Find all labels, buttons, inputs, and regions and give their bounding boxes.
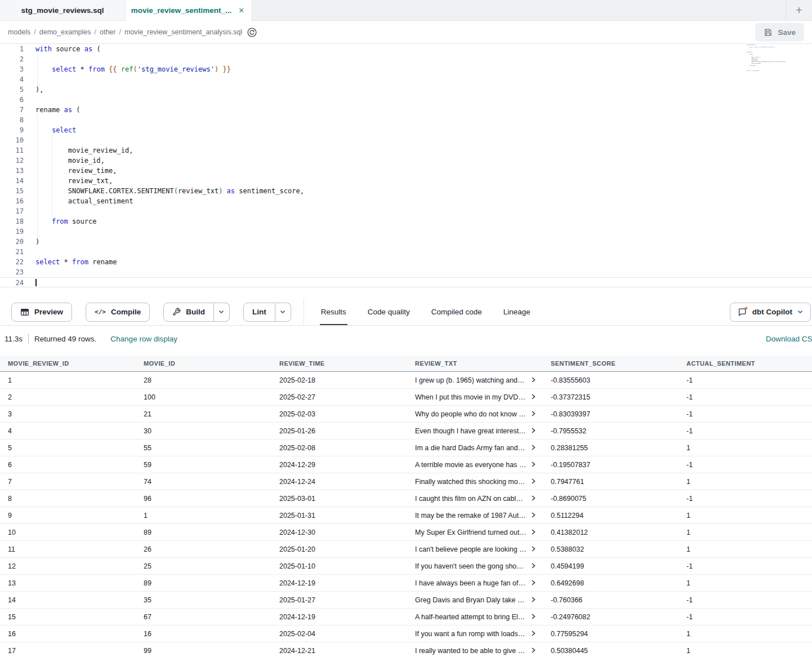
- code-line[interactable]: 5),: [0, 85, 812, 95]
- text-cursor: [35, 279, 37, 286]
- line-number: 21: [0, 247, 24, 257]
- breadcrumb: models / demo_examples / other / movie_r…: [8, 28, 242, 36]
- build-button[interactable]: Build: [163, 303, 214, 322]
- expand-cell-button[interactable]: [530, 647, 536, 654]
- cell: I grew up (b. 1965) watching and lovin…: [407, 376, 543, 384]
- change-row-display-link[interactable]: Change row display: [110, 335, 177, 343]
- cell: 4: [0, 427, 136, 435]
- expand-cell-button[interactable]: [530, 461, 536, 468]
- dbt-copilot-button[interactable]: dbt Copilot: [730, 303, 811, 322]
- tab-results[interactable]: Results: [320, 299, 347, 325]
- cell: 26: [136, 545, 271, 553]
- save-button[interactable]: Save: [755, 23, 804, 42]
- code-line[interactable]: 14 review_txt,: [0, 176, 812, 186]
- code-line[interactable]: 17: [0, 206, 812, 216]
- results-tab-bar: ResultsCode qualityCompiled codeLineage: [320, 299, 532, 325]
- cell: 2024-12-21: [271, 647, 407, 655]
- code-line[interactable]: 2: [0, 54, 812, 64]
- code-line[interactable]: 3 select * from {{ ref('stg_movie_review…: [0, 64, 812, 74]
- code-line[interactable]: 18 from source: [0, 216, 812, 227]
- cell: -0.37372315: [543, 393, 679, 401]
- cell: It may be the remake of 1987 Autumn'…: [407, 511, 543, 520]
- lint-dropdown-button[interactable]: [275, 303, 291, 322]
- cell: 100: [136, 393, 271, 401]
- cell: -1: [679, 410, 812, 418]
- download-csv-link[interactable]: Download CSV: [766, 335, 812, 343]
- column-header: MOVIE_ID: [136, 360, 271, 367]
- expand-cell-button[interactable]: [530, 394, 536, 400]
- review-text: A half-hearted attempt to bring Elvis P…: [415, 613, 527, 621]
- code-line[interactable]: 11 movie_review_id,: [0, 145, 812, 156]
- file-tab-stg-movie-reviews[interactable]: stg_movie_reviews.sql: [0, 0, 126, 21]
- code-line[interactable]: 8: [0, 115, 812, 125]
- code-line[interactable]: 15 SNOWFLAKE.CORTEX.SENTIMENT(review_txt…: [0, 186, 812, 196]
- line-number: 2: [0, 54, 24, 64]
- tab-lineage[interactable]: Lineage: [502, 299, 532, 325]
- code-line[interactable]: 13 review_time,: [0, 166, 812, 176]
- breadcrumb-item-filename: movie_review_sentiment_analysis.sql: [124, 28, 242, 36]
- tab-compiled-code[interactable]: Compiled code: [430, 299, 483, 325]
- cell: 0.6492698: [543, 579, 679, 587]
- line-number: 7: [0, 105, 24, 115]
- code-line[interactable]: 21: [0, 247, 812, 257]
- cell: 10: [0, 529, 136, 536]
- expand-cell-button[interactable]: [530, 411, 536, 417]
- code-line[interactable]: 16 actual_sentiment: [0, 196, 812, 206]
- cell: 0.28381255: [543, 444, 679, 452]
- compile-button[interactable]: </> Compile: [86, 303, 150, 322]
- expand-cell-button[interactable]: [530, 631, 536, 637]
- file-tab-label: stg_movie_reviews.sql: [21, 6, 104, 15]
- cell: 2024-12-19: [271, 613, 407, 621]
- cell: -1: [679, 596, 812, 604]
- expand-cell-button[interactable]: [530, 580, 536, 586]
- lint-button[interactable]: Lint: [243, 303, 275, 322]
- tab-code-quality[interactable]: Code quality: [367, 299, 411, 325]
- node-health-icon[interactable]: [247, 27, 257, 38]
- code-line[interactable]: 23: [0, 267, 812, 277]
- close-tab-icon[interactable]: ✕: [237, 6, 246, 15]
- table-row: 3212025-02-03Why do people who do not kn…: [0, 406, 812, 423]
- expand-cell-button[interactable]: [530, 495, 536, 501]
- code-line[interactable]: 10: [0, 135, 812, 145]
- expand-cell-button[interactable]: [530, 546, 536, 552]
- table-row: 11262025-01-20I can't believe people are…: [0, 541, 812, 558]
- review-text: If you haven't seen the gong show TV s…: [415, 562, 527, 570]
- expand-cell-button[interactable]: [530, 478, 536, 485]
- code-line[interactable]: 22select * from rename: [0, 257, 812, 267]
- toolbar-divider: [304, 299, 304, 325]
- review-text: If you want a fun romp with loads of s…: [415, 630, 527, 638]
- code-line[interactable]: 12 movie_id,: [0, 156, 812, 166]
- minimap-line: [747, 73, 791, 74]
- expand-cell-button[interactable]: [530, 377, 536, 383]
- cell: 2024-12-29: [271, 461, 407, 469]
- code-line[interactable]: 9 select: [0, 125, 812, 135]
- expand-cell-button[interactable]: [530, 563, 536, 569]
- review-text: Greg Davis and Bryan Daly take some …: [415, 596, 527, 604]
- cell: 7: [0, 478, 136, 486]
- expand-cell-button[interactable]: [530, 529, 536, 535]
- minimap[interactable]: with source as ( select * from {{ ref('s…: [747, 44, 791, 77]
- expand-cell-button[interactable]: [530, 614, 536, 620]
- build-dropdown-button[interactable]: [214, 303, 230, 322]
- cell: 9: [0, 512, 136, 520]
- code-line[interactable]: 7rename as (: [0, 105, 812, 115]
- code-line[interactable]: 24: [0, 277, 812, 287]
- code-line[interactable]: 19: [0, 227, 812, 237]
- code-editor[interactable]: 1with source as (23 select * from {{ ref…: [0, 44, 812, 299]
- line-number: 16: [0, 196, 24, 206]
- preview-button[interactable]: Preview: [11, 303, 72, 322]
- code-line[interactable]: 1with source as (: [0, 44, 812, 54]
- expand-cell-button[interactable]: [530, 445, 536, 451]
- new-tab-button[interactable]: +: [786, 0, 812, 20]
- cell: 2024-12-19: [271, 579, 407, 587]
- review-text: When I put this movie in my DVD playe…: [415, 393, 527, 401]
- expand-cell-button[interactable]: [530, 428, 536, 434]
- code-line[interactable]: 20): [0, 237, 812, 247]
- expand-cell-button[interactable]: [530, 597, 536, 603]
- file-tab-movie-review-sentiment[interactable]: movie_review_sentiment_... ✕: [126, 0, 251, 21]
- code-lines: 1with source as (23 select * from {{ ref…: [0, 44, 812, 287]
- expand-cell-button[interactable]: [530, 512, 536, 518]
- code-text: select: [24, 125, 812, 135]
- code-line[interactable]: 4: [0, 74, 812, 85]
- code-line[interactable]: 6: [0, 95, 812, 105]
